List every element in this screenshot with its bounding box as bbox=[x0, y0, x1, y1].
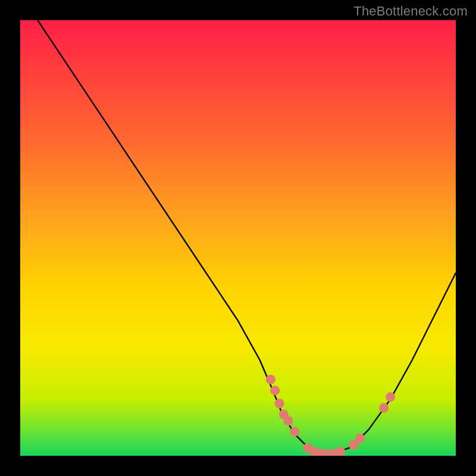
marker-dot bbox=[355, 434, 365, 443]
curve-svg bbox=[20, 20, 456, 456]
attribution-text: TheBottleneck.com bbox=[353, 4, 468, 19]
marker-dot bbox=[266, 375, 275, 384]
marker-dot bbox=[336, 447, 345, 456]
curve-path bbox=[37, 20, 456, 453]
plot-area bbox=[20, 20, 456, 456]
marker-dot bbox=[290, 427, 299, 437]
marker-dot bbox=[283, 416, 293, 425]
markers-group bbox=[266, 375, 395, 456]
marker-dot bbox=[270, 386, 280, 395]
marker-dot bbox=[379, 403, 389, 412]
marker-dot bbox=[386, 392, 395, 402]
chart-stage: TheBottleneck.com bbox=[0, 0, 476, 476]
marker-dot bbox=[274, 399, 284, 408]
